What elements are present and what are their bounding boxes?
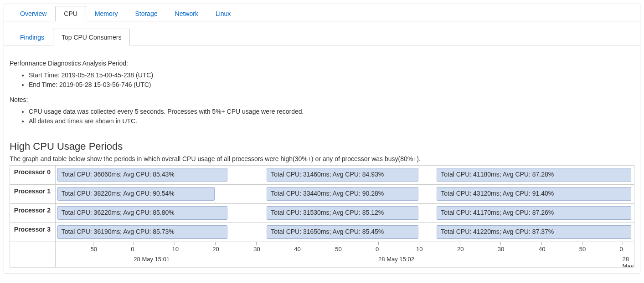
analysis-period-label: Performance Diagnostics Analysis Period:	[10, 60, 634, 67]
tab-cpu[interactable]: CPU	[55, 6, 86, 21]
cpu-usage-bar[interactable]: Total CPU: 41170ms; Avg CPU: 87.26%	[437, 206, 631, 220]
axis-tick: 50	[338, 242, 341, 253]
axis-tick: 0	[134, 242, 134, 253]
tick-label: 10	[172, 246, 178, 253]
subtab-top-cpu-consumers[interactable]: Top CPU Consumers	[53, 29, 130, 46]
processor-label: Processor 2	[10, 204, 56, 222]
axis-tick: 30	[500, 242, 504, 253]
processor-row: Processor 2Total CPU: 36220ms; Avg CPU: …	[10, 204, 634, 223]
cpu-usage-chart: Processor 0Total CPU: 36060ms; Avg CPU: …	[10, 165, 634, 268]
tick-label: 0	[620, 246, 623, 253]
bars-area: Total CPU: 38220ms; Avg CPU: 90.54%Total…	[56, 185, 634, 203]
axis-tick: 20	[215, 242, 219, 253]
bars-area: Total CPU: 36220ms; Avg CPU: 85.80%Total…	[56, 204, 634, 222]
processor-row: Processor 0Total CPU: 36060ms; Avg CPU: …	[10, 166, 634, 185]
section-title: High CPU Usage Periods	[10, 141, 634, 152]
tick-label: 10	[416, 246, 422, 253]
axis-tick: 0	[378, 242, 379, 253]
cpu-usage-bar[interactable]: Total CPU: 36220ms; Avg CPU: 85.80%	[57, 206, 227, 220]
analysis-period-list: Start Time: 2019-05-28 15-00-45-238 (UTC…	[29, 71, 634, 90]
axis-tick: 40	[297, 242, 300, 253]
cpu-usage-bar[interactable]: Total CPU: 41180ms; Avg CPU: 87.28%	[437, 168, 631, 182]
section-desc: The graph and table below show the perio…	[10, 155, 634, 162]
cpu-usage-bar[interactable]: Total CPU: 33440ms; Avg CPU: 90.28%	[267, 187, 418, 201]
tick-label: 40	[294, 246, 300, 253]
tab-network[interactable]: Network	[166, 6, 207, 21]
axis-tick: 30	[256, 242, 260, 253]
axis-major-label: 28 May 15:02	[378, 256, 414, 263]
tick-label: 0	[131, 246, 134, 253]
notes-list: CPU usage data was collected every 5 sec…	[29, 107, 634, 126]
tick-label: 30	[498, 246, 504, 253]
notes-label: Notes:	[10, 96, 634, 103]
axis-tick: 50	[93, 242, 97, 253]
diagnostics-panel: OverviewCPUMemoryStorageNetworkLinux Fin…	[4, 4, 640, 273]
start-time-text: Start Time: 2019-05-28 15-00-45-238 (UTC…	[29, 71, 634, 80]
tab-memory[interactable]: Memory	[86, 6, 127, 21]
axis-tick: 20	[460, 242, 464, 253]
tab-overview[interactable]: Overview	[11, 6, 55, 21]
tick-label: 20	[457, 246, 464, 253]
axis-tick: 50	[582, 242, 586, 253]
sub-tab-strip: FindingsTop CPU Consumers	[4, 21, 640, 46]
axis-major-label: 28 May 15:03	[623, 256, 634, 267]
note-item: All dates and times are shown in UTC.	[29, 116, 634, 126]
tick-label: 40	[539, 246, 545, 253]
cpu-usage-bar[interactable]: Total CPU: 31530ms; Avg CPU: 85.12%	[267, 206, 418, 220]
note-item: CPU usage data was collected every 5 sec…	[29, 107, 634, 116]
tick-label: 30	[253, 246, 260, 253]
tick-label: 50	[90, 246, 97, 253]
processor-label: Processor 3	[10, 223, 56, 242]
cpu-usage-bar[interactable]: Total CPU: 31650ms; Avg CPU: 85.45%	[267, 225, 418, 239]
axis-tick: 10	[175, 242, 178, 253]
tab-linux[interactable]: Linux	[207, 6, 239, 21]
end-time-text: End Time: 2019-05-28 15-03-56-746 (UTC)	[29, 80, 634, 90]
axis-tick: 0	[623, 242, 623, 253]
processor-row: Processor 3Total CPU: 36190ms; Avg CPU: …	[10, 223, 634, 242]
tick-label: 0	[376, 246, 379, 253]
tick-label: 50	[579, 246, 586, 253]
tab-storage[interactable]: Storage	[126, 6, 166, 21]
cpu-usage-bar[interactable]: Total CPU: 41220ms; Avg CPU: 87.37%	[437, 225, 631, 239]
processor-label: Processor 1	[10, 185, 56, 203]
subtab-findings[interactable]: Findings	[11, 29, 53, 45]
time-axis: 50028 May 15:011020304050028 May 15:0210…	[10, 242, 634, 267]
cpu-usage-bar[interactable]: Total CPU: 43120ms; Avg CPU: 91.40%	[437, 187, 631, 201]
cpu-usage-bar[interactable]: Total CPU: 31460ms; Avg CPU: 84.93%	[267, 168, 418, 182]
cpu-usage-bar[interactable]: Total CPU: 36190ms; Avg CPU: 85.73%	[57, 225, 227, 239]
tick-label: 50	[335, 246, 341, 253]
axis-tick: 10	[419, 242, 422, 253]
axis-major-label: 28 May 15:01	[134, 256, 170, 263]
processor-row: Processor 1Total CPU: 38220ms; Avg CPU: …	[10, 185, 634, 204]
cpu-usage-bar[interactable]: Total CPU: 36060ms; Avg CPU: 85.43%	[57, 168, 227, 182]
axis-tick: 40	[541, 242, 545, 253]
cpu-usage-bar[interactable]: Total CPU: 38220ms; Avg CPU: 90.54%	[57, 187, 215, 201]
main-tab-strip: OverviewCPUMemoryStorageNetworkLinux	[4, 4, 640, 21]
content-area: Performance Diagnostics Analysis Period:…	[4, 46, 640, 273]
bars-area: Total CPU: 36060ms; Avg CPU: 85.43%Total…	[56, 166, 634, 184]
processor-label: Processor 0	[10, 166, 56, 184]
bars-area: Total CPU: 36190ms; Avg CPU: 85.73%Total…	[56, 223, 634, 242]
tick-label: 20	[212, 246, 219, 253]
